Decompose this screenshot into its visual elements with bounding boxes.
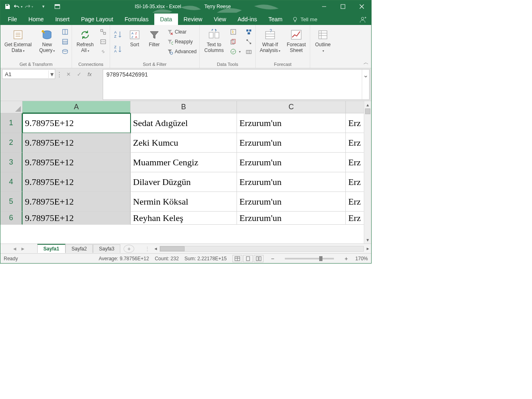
manage-data-model-button[interactable] <box>244 47 254 56</box>
column-header-c[interactable]: C <box>237 101 346 113</box>
cell[interactable]: Erz <box>346 153 365 172</box>
cell[interactable]: Erz <box>346 172 365 192</box>
cell[interactable]: Dilaver Düzgün <box>131 172 237 192</box>
maximize-button[interactable] <box>334 0 352 13</box>
sheet-tab-2[interactable]: Sayfa2 <box>65 244 93 253</box>
hscroll-track[interactable] <box>160 246 364 252</box>
cell[interactable]: Erzurum'un <box>237 153 346 172</box>
get-external-data-button[interactable]: Get External Data▾ <box>2 27 34 59</box>
enter-formula-button[interactable]: ✓ <box>75 71 83 77</box>
horizontal-scrollbar[interactable]: ⋮ ◄ ► <box>142 246 371 252</box>
select-all-button[interactable] <box>0 101 23 113</box>
tab-addins[interactable]: Add-ins <box>232 14 263 25</box>
recent-sources-button[interactable] <box>60 47 70 56</box>
cell[interactable]: Reyhan Keleş <box>131 212 237 225</box>
cell[interactable]: 9.78975E+12 <box>23 212 131 225</box>
name-box-dropdown[interactable]: ▾ <box>48 70 55 78</box>
sheet-prev-button[interactable]: ◄ <box>12 246 17 252</box>
column-header-d[interactable] <box>346 101 365 113</box>
cell[interactable]: Erzurum'un <box>237 172 346 192</box>
cell[interactable]: Erz <box>346 113 365 133</box>
scroll-left-button[interactable]: ◄ <box>152 246 159 251</box>
vertical-scrollbar[interactable]: ▲ ▼ <box>364 101 371 243</box>
close-button[interactable] <box>352 0 371 13</box>
row-header[interactable]: 2 <box>0 133 23 153</box>
tab-review[interactable]: Review <box>178 14 208 25</box>
new-query-button[interactable]: New Query▾ <box>36 27 59 59</box>
zoom-in-button[interactable]: + <box>343 255 349 262</box>
cell[interactable]: Erz <box>346 192 365 212</box>
sort-desc-button[interactable]: ZA <box>112 42 124 56</box>
save-button[interactable] <box>3 2 12 11</box>
minimize-button[interactable] <box>315 0 334 13</box>
tab-home[interactable]: Home <box>23 14 50 25</box>
tab-view[interactable]: View <box>208 14 232 25</box>
customize-qat-button[interactable]: ▼ <box>39 2 48 11</box>
data-validation-button[interactable]: ▾ <box>228 47 242 56</box>
row-header[interactable]: 5 <box>0 192 23 212</box>
formula-bar-input[interactable]: 9789754426991 <box>103 70 362 99</box>
insert-function-button[interactable]: fx <box>86 71 94 77</box>
reapply-filter-button[interactable]: Reapply <box>165 37 198 46</box>
scroll-right-button[interactable]: ► <box>365 246 371 251</box>
scroll-down-button[interactable]: ▼ <box>364 236 371 243</box>
cell[interactable]: Zeki Kumcu <box>131 133 237 153</box>
zoom-thumb[interactable] <box>319 256 322 261</box>
cell[interactable]: 9.78975E+12 <box>23 192 131 212</box>
cell[interactable]: Erzurum'un <box>237 212 346 225</box>
tab-insert[interactable]: Insert <box>50 14 75 25</box>
filter-button[interactable]: Filter <box>145 27 163 59</box>
sheet-tab-3[interactable]: Sayfa3 <box>93 244 120 253</box>
cell[interactable]: Erz <box>346 133 365 153</box>
sheet-next-button[interactable]: ► <box>20 246 25 252</box>
cell[interactable]: Erz <box>346 212 365 225</box>
cell[interactable]: 9.78975E+12 <box>23 113 131 133</box>
vscroll-track[interactable] <box>364 108 371 236</box>
column-header-b[interactable]: B <box>131 101 237 113</box>
cell[interactable]: Nermin Köksal <box>131 192 237 212</box>
zoom-level[interactable]: 170% <box>355 256 368 261</box>
sort-button[interactable]: AZZA Sort <box>126 27 144 59</box>
cancel-formula-button[interactable]: ✕ <box>64 71 72 77</box>
relationships-button[interactable] <box>244 37 254 46</box>
collapse-ribbon-button[interactable]: ︿ <box>363 59 369 66</box>
normal-view-button[interactable] <box>232 255 242 262</box>
connections-button[interactable] <box>98 27 108 36</box>
text-to-columns-button[interactable]: Text to Columns <box>201 27 227 59</box>
tab-team[interactable]: Team <box>263 14 288 25</box>
zoom-slider[interactable] <box>285 258 334 259</box>
tab-page-layout[interactable]: Page Layout <box>75 14 119 25</box>
row-header[interactable]: 3 <box>0 153 23 172</box>
advanced-filter-button[interactable]: Advanced <box>165 47 198 56</box>
row-header[interactable]: 4 <box>0 172 23 192</box>
name-box-input[interactable]: A1 <box>2 71 48 77</box>
refresh-all-button[interactable]: Refresh All▾ <box>74 27 97 59</box>
page-layout-view-button[interactable] <box>243 255 253 262</box>
outline-button[interactable]: Outline▾ <box>312 27 334 59</box>
tab-file[interactable]: File <box>2 14 23 25</box>
name-box[interactable]: A1 ▾ <box>2 69 55 79</box>
sort-asc-button[interactable]: AZ <box>112 27 124 41</box>
row-header[interactable]: 6 <box>0 212 23 225</box>
from-table-button[interactable] <box>60 37 70 46</box>
tab-data[interactable]: Data <box>154 14 178 25</box>
sheet-tab-1[interactable]: Sayfa1 <box>37 244 65 253</box>
cell[interactable]: 9.78975E+12 <box>23 172 131 192</box>
formula-bar[interactable]: 9789754426991 ⌄ <box>103 69 370 100</box>
forecast-sheet-button[interactable]: Forecast Sheet <box>284 27 308 59</box>
formula-bar-expand-button[interactable]: ⌄ <box>362 70 369 99</box>
tab-formulas[interactable]: Formulas <box>119 14 154 25</box>
what-if-analysis-button[interactable]: ? What-If Analysis▾ <box>257 27 283 59</box>
clear-filter-button[interactable]: Clear <box>165 27 198 36</box>
hscroll-grip[interactable]: ⋮ <box>142 246 152 252</box>
row-header[interactable]: 1 <box>0 113 23 133</box>
flash-fill-button[interactable] <box>228 27 242 36</box>
show-queries-button[interactable] <box>60 27 70 36</box>
page-break-view-button[interactable] <box>254 255 264 262</box>
undo-button[interactable]: ▾ <box>14 2 23 11</box>
cell[interactable]: 9.78975E+12 <box>23 153 131 172</box>
tell-me-search[interactable]: Tell me <box>288 14 321 25</box>
column-header-a[interactable]: A <box>23 101 131 113</box>
cell[interactable]: 9.78975E+12 <box>23 133 131 153</box>
cell[interactable]: Muammer Cengiz <box>131 153 237 172</box>
